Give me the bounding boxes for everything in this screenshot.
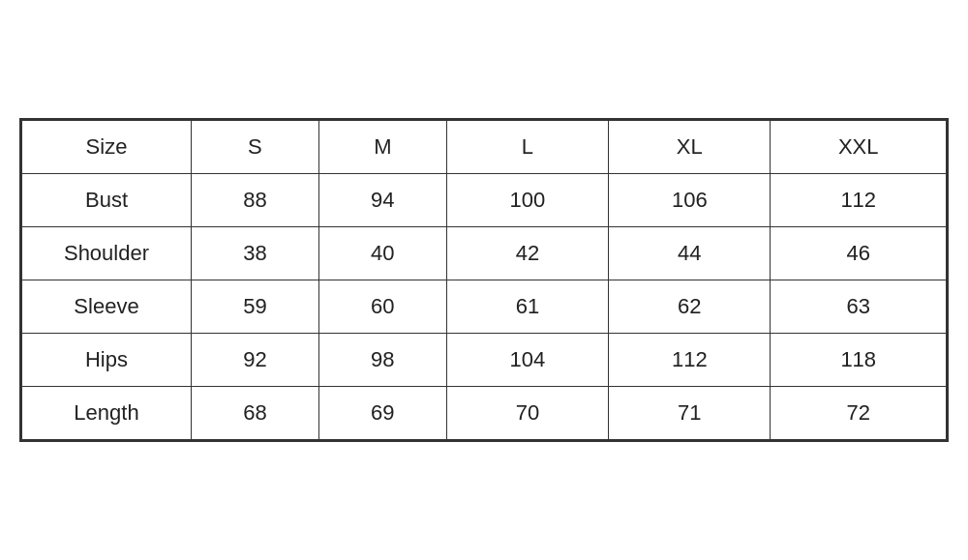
cell-1-l: 42: [446, 227, 608, 280]
cell-3-s: 92: [192, 334, 319, 387]
cell-0-label: Bust: [22, 174, 192, 227]
cell-3-xl: 112: [609, 334, 771, 387]
cell-4-xl: 71: [609, 387, 771, 440]
size-header-xl: XL: [609, 121, 771, 174]
cell-3-l: 104: [446, 334, 608, 387]
size-header-l: L: [446, 121, 608, 174]
table-row: Shoulder3840424446: [22, 227, 947, 280]
cell-2-s: 59: [192, 280, 319, 334]
table-row: Hips9298104112118: [22, 334, 947, 387]
cell-1-xl: 44: [609, 227, 771, 280]
header-row: Size S M L XL XXL: [22, 121, 947, 174]
cell-3-m: 98: [318, 334, 446, 387]
cell-1-s: 38: [192, 227, 319, 280]
size-chart-container: Size S M L XL XXL Bust8894100106112Shoul…: [19, 118, 949, 442]
cell-0-s: 88: [192, 174, 319, 227]
cell-0-l: 100: [446, 174, 608, 227]
table-row: Length6869707172: [22, 387, 947, 440]
size-chart-table: Size S M L XL XXL Bust8894100106112Shoul…: [21, 120, 947, 440]
cell-0-xxl: 112: [771, 174, 947, 227]
cell-2-m: 60: [318, 280, 446, 334]
cell-4-xxl: 72: [771, 387, 947, 440]
cell-2-l: 61: [446, 280, 608, 334]
cell-2-xl: 62: [609, 280, 771, 334]
cell-0-m: 94: [318, 174, 446, 227]
size-header-xxl: XXL: [771, 121, 947, 174]
cell-2-xxl: 63: [771, 280, 947, 334]
table-row: Sleeve5960616263: [22, 280, 947, 334]
size-header-m: M: [318, 121, 446, 174]
cell-4-m: 69: [318, 387, 446, 440]
cell-1-xxl: 46: [771, 227, 947, 280]
table-row: Bust8894100106112: [22, 174, 947, 227]
cell-3-xxl: 118: [771, 334, 947, 387]
size-header-label: Size: [22, 121, 192, 174]
size-header-s: S: [192, 121, 319, 174]
cell-4-l: 70: [446, 387, 608, 440]
cell-0-xl: 106: [609, 174, 771, 227]
cell-4-label: Length: [22, 387, 192, 440]
cell-4-s: 68: [192, 387, 319, 440]
cell-2-label: Sleeve: [22, 280, 192, 334]
cell-1-label: Shoulder: [22, 227, 192, 280]
cell-1-m: 40: [318, 227, 446, 280]
cell-3-label: Hips: [22, 334, 192, 387]
